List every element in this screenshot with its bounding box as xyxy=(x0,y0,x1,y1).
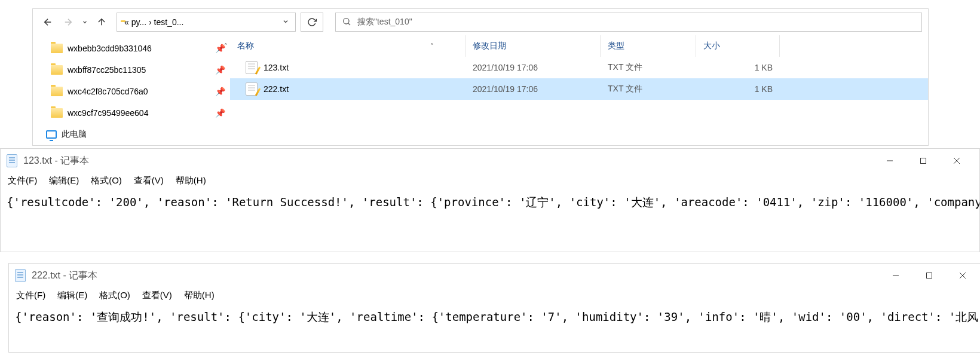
column-label: 类型 xyxy=(608,41,624,51)
search-input[interactable]: 搜索"test_010" xyxy=(335,13,922,32)
folder-icon xyxy=(51,65,63,75)
menu-edit[interactable]: 编辑(E) xyxy=(57,290,87,301)
text-file-icon xyxy=(246,61,258,74)
computer-icon xyxy=(46,130,57,139)
address-path: « py... › test_0... xyxy=(124,17,280,27)
text-file-icon xyxy=(246,82,258,96)
close-button[interactable] xyxy=(946,265,979,286)
minimize-button[interactable] xyxy=(879,265,912,286)
file-size: 1 KB xyxy=(696,63,780,72)
sidebar-item-label: wxc4c2f8c705cd76a0 xyxy=(68,87,148,96)
file-date: 2021/10/19 17:06 xyxy=(466,84,601,94)
sidebar-item-label: wxc9cf7c95499ee604 xyxy=(68,108,148,118)
file-type: TXT 文件 xyxy=(601,84,696,94)
svg-rect-1 xyxy=(921,158,926,164)
pin-icon: 📌 xyxy=(215,65,225,75)
nav-recent-dropdown[interactable] xyxy=(79,13,90,31)
folder-icon xyxy=(51,108,63,118)
titlebar[interactable]: 123.txt - 记事本 xyxy=(1,149,979,173)
minimize-button[interactable] xyxy=(873,150,906,172)
file-name: 123.txt xyxy=(264,63,289,72)
sidebar-item-folder[interactable]: wxc9cf7c95499ee604 📌 xyxy=(33,102,230,124)
menu-edit[interactable]: 编辑(E) xyxy=(49,175,79,186)
column-label: 大小 xyxy=(703,41,720,51)
chevron-down-icon xyxy=(82,19,88,25)
file-row[interactable]: 222.txt 2021/10/19 17:06 TXT 文件 1 KB xyxy=(230,78,928,100)
sidebar-item-this-pc[interactable]: 此电脑 xyxy=(33,124,230,145)
file-row[interactable]: 123.txt 2021/10/19 17:06 TXT 文件 1 KB xyxy=(230,57,928,78)
sort-ascending-icon: ˄ xyxy=(430,42,434,50)
close-icon xyxy=(959,272,966,279)
menu-bar: 文件(F) 编辑(E) 格式(O) 查看(V) 帮助(H) xyxy=(1,173,979,191)
menu-view[interactable]: 查看(V) xyxy=(142,290,172,301)
menu-help[interactable]: 帮助(H) xyxy=(176,175,206,186)
sidebar-item-label: wxbebb3cdd9b331046 xyxy=(68,44,152,53)
sidebar-item-label: 此电脑 xyxy=(62,129,87,140)
notepad-icon xyxy=(7,154,17,167)
folder-icon xyxy=(51,87,63,96)
refresh-button[interactable] xyxy=(301,13,323,32)
column-date[interactable]: 修改日期 xyxy=(466,35,601,57)
column-type[interactable]: 类型 xyxy=(601,35,696,57)
sidebar-item-label: wxbff87cc25bc11305 xyxy=(68,65,146,75)
window-title: 123.txt - 记事本 xyxy=(23,155,89,167)
search-icon xyxy=(342,17,351,28)
address-bar[interactable]: « py... › test_0... xyxy=(117,13,296,32)
file-explorer-window: « py... › test_0... 搜索"test_010" ˄ wxbeb… xyxy=(32,8,929,146)
menu-format[interactable]: 格式(O) xyxy=(91,175,122,186)
menu-file[interactable]: 文件(F) xyxy=(16,290,45,301)
file-size: 1 KB xyxy=(696,84,780,94)
menu-format[interactable]: 格式(O) xyxy=(99,290,130,301)
nav-back-button[interactable] xyxy=(39,13,57,31)
arrow-right-icon xyxy=(63,17,74,27)
close-button[interactable] xyxy=(940,150,973,172)
file-list-header: 名称 ˄ 修改日期 类型 大小 xyxy=(230,35,928,57)
pin-icon: 📌 xyxy=(215,108,225,118)
maximize-button[interactable] xyxy=(906,150,940,172)
search-placeholder: 搜索"test_010" xyxy=(357,17,412,27)
menu-view[interactable]: 查看(V) xyxy=(134,175,164,186)
sidebar-item-folder[interactable]: wxbff87cc25bc11305 📌 xyxy=(33,59,230,81)
minimize-icon xyxy=(892,272,899,279)
column-label: 修改日期 xyxy=(473,41,506,51)
file-name: 222.txt xyxy=(264,84,289,94)
notepad-window-1: 123.txt - 记事本 文件(F) 编辑(E) 格式(O) 查看(V) 帮助… xyxy=(0,148,980,252)
arrow-left-icon xyxy=(42,17,53,27)
chevron-down-icon xyxy=(282,18,289,25)
column-name[interactable]: 名称 ˄ xyxy=(230,35,466,57)
folder-icon xyxy=(51,44,63,53)
menu-bar: 文件(F) 编辑(E) 格式(O) 查看(V) 帮助(H) xyxy=(9,287,980,306)
explorer-body: ˄ wxbebb3cdd9b331046 📌 wxbff87cc25bc1130… xyxy=(33,35,928,145)
column-size[interactable]: 大小 xyxy=(696,35,780,57)
maximize-icon xyxy=(926,272,933,279)
editor-content[interactable]: {'reason': '查询成功!', 'result': {'city': '… xyxy=(9,306,980,329)
notepad-icon xyxy=(15,269,26,282)
notepad-window-2: 222.txt - 记事本 文件(F) 编辑(E) 格式(O) 查看(V) 帮助… xyxy=(8,263,980,353)
address-dropdown[interactable] xyxy=(280,17,292,27)
sidebar: ˄ wxbebb3cdd9b331046 📌 wxbff87cc25bc1130… xyxy=(33,35,230,145)
sidebar-item-folder[interactable]: wxbebb3cdd9b331046 📌 xyxy=(33,38,230,59)
scroll-up-icon[interactable]: ˄ xyxy=(224,42,228,50)
window-title: 222.txt - 记事本 xyxy=(32,270,97,282)
refresh-icon xyxy=(307,17,317,27)
svg-point-0 xyxy=(344,18,349,23)
menu-help[interactable]: 帮助(H) xyxy=(184,290,215,301)
menu-file[interactable]: 文件(F) xyxy=(8,175,37,186)
editor-content[interactable]: {'resultcode': '200', 'reason': 'Return … xyxy=(1,191,979,214)
file-date: 2021/10/19 17:06 xyxy=(466,63,601,72)
nav-up-button[interactable] xyxy=(93,13,111,31)
close-icon xyxy=(953,157,960,164)
maximize-icon xyxy=(920,157,927,164)
titlebar[interactable]: 222.txt - 记事本 xyxy=(9,264,980,287)
minimize-icon xyxy=(886,157,893,164)
sidebar-item-folder[interactable]: wxc4c2f8c705cd76a0 📌 xyxy=(33,81,230,102)
pin-icon: 📌 xyxy=(215,87,225,96)
file-type: TXT 文件 xyxy=(601,62,696,73)
file-list: 名称 ˄ 修改日期 类型 大小 123.txt 2021/10/19 17:06… xyxy=(230,35,928,145)
svg-rect-2 xyxy=(927,273,932,279)
arrow-up-icon xyxy=(96,17,107,27)
nav-forward-button[interactable] xyxy=(59,13,77,31)
explorer-toolbar: « py... › test_0... 搜索"test_010" xyxy=(33,9,928,35)
column-label: 名称 xyxy=(237,41,254,51)
maximize-button[interactable] xyxy=(912,265,946,286)
